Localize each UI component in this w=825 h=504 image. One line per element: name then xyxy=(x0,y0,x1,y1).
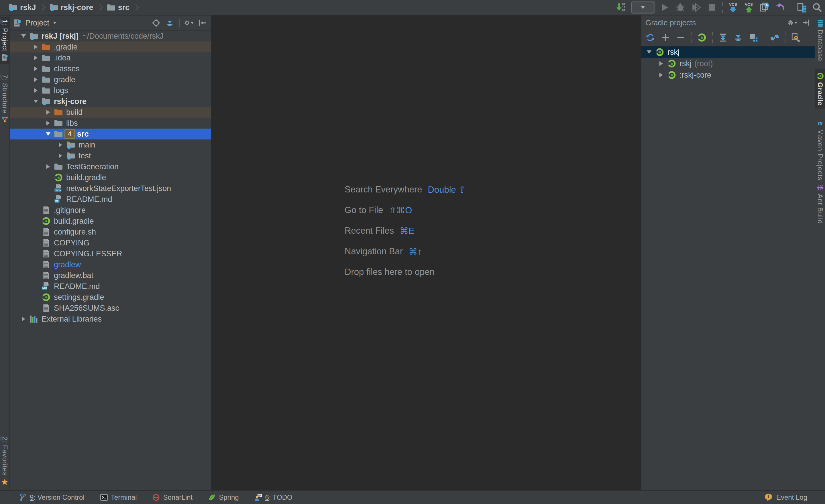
tree-item-configure-sh[interactable]: configure.sh xyxy=(10,227,211,237)
toolwindow-tab-project[interactable]: 1: Project xyxy=(0,17,9,64)
group-modules-button[interactable] xyxy=(749,33,758,43)
refresh-gradle-button[interactable] xyxy=(646,33,655,43)
tree-item-classes[interactable]: classes xyxy=(10,63,211,74)
tree-item-dot-gradle[interactable]: .gradle xyxy=(10,41,211,53)
local-history-button[interactable] xyxy=(759,2,770,13)
chevron-right-icon[interactable] xyxy=(30,45,42,49)
tree-item-dot-idea[interactable]: .idea xyxy=(10,53,211,63)
chevron-right-icon[interactable] xyxy=(55,143,66,147)
scroll-to-source-button[interactable] xyxy=(151,18,161,28)
gradle-tree-item-rskj-root[interactable]: rskj (root) xyxy=(642,58,815,69)
tree-item-test[interactable]: test xyxy=(10,150,211,161)
tree-item-gitignore[interactable]: .gitignore xyxy=(10,205,211,216)
tree-item-readme-md[interactable]: README.md xyxy=(10,281,211,292)
toolwindow-tab-favorites[interactable]: 2: Favorites xyxy=(0,434,9,489)
chevron-right-icon[interactable] xyxy=(30,67,42,71)
tree-item-gradlew-bat[interactable]: gradlew.bat xyxy=(10,270,211,281)
attach-gradle-project-button[interactable] xyxy=(661,33,670,43)
run-gradle-task-button[interactable] xyxy=(697,33,707,43)
tree-item-src[interactable]: 4 src xyxy=(10,129,211,140)
toolwindow-tab-structure[interactable]: 7: Structure xyxy=(0,72,9,126)
chevron-right-icon[interactable] xyxy=(655,61,667,66)
chevron-right-icon[interactable] xyxy=(655,73,667,77)
collapse-all-button[interactable] xyxy=(733,33,743,43)
gradle-settings-button[interactable] xyxy=(791,33,801,43)
tree-item-external-libraries[interactable]: External Libraries xyxy=(10,314,211,324)
tree-item-build-gradle-core[interactable]: build.gradle xyxy=(10,172,211,183)
toggle-offline-mode-button[interactable] xyxy=(770,33,779,43)
toolwindow-tab-gradle[interactable]: Gradle xyxy=(815,69,825,108)
tree-item-build-gradle[interactable]: build.gradle xyxy=(10,216,211,227)
breadcrumb-label: src xyxy=(118,3,130,12)
chevron-down-icon xyxy=(191,22,194,24)
expand-all-button[interactable] xyxy=(718,33,728,43)
chevron-right-icon[interactable] xyxy=(30,88,42,93)
folder-icon xyxy=(54,118,63,128)
toolwindow-button-terminal[interactable]: Terminal xyxy=(100,493,137,501)
tree-item-main[interactable]: main xyxy=(10,140,211,150)
tree-item-gradle[interactable]: gradle xyxy=(10,74,211,85)
project-structure-button[interactable] xyxy=(796,2,807,13)
breadcrumb-item-rskj[interactable]: rskJ xyxy=(9,3,36,12)
vcs-update-project-button[interactable]: VCS xyxy=(728,2,739,13)
debug-button[interactable] xyxy=(675,2,686,13)
tree-item-testgeneration[interactable]: TestGeneration xyxy=(10,161,211,172)
tree-item-readme-md-core[interactable]: README.md xyxy=(10,194,211,205)
svg-text:10: 10 xyxy=(622,6,625,9)
svg-text:m: m xyxy=(818,119,823,126)
toolwindow-tab-maven-projects[interactable]: m Maven Projects xyxy=(815,116,825,183)
tree-item-gradlew[interactable]: gradlew xyxy=(10,259,211,270)
panel-settings-button[interactable] xyxy=(788,18,797,27)
tree-item-settings-gradle[interactable]: settings.gradle xyxy=(10,292,211,303)
toolwindow-button-todo[interactable]: 6: TODO xyxy=(254,493,293,501)
tree-item-network-state-exporter-test-json[interactable]: networkStateExporterTest.json xyxy=(10,183,211,194)
hide-panel-button[interactable] xyxy=(198,18,207,28)
tree-item-sha256sums-asc[interactable]: SHA256SUMS.asc xyxy=(10,303,211,314)
tree-item-copying-lesser[interactable]: COPYING.LESSER xyxy=(10,248,211,259)
breadcrumb-item-rskj-core[interactable]: rskj-core xyxy=(49,3,93,12)
toolwindow-button-version-control[interactable]: 9: Version Control xyxy=(19,493,84,501)
tree-item-build[interactable]: build xyxy=(10,107,211,118)
gradle-tree-item-rskj-core[interactable]: :rskj-core xyxy=(642,69,815,81)
gradle-tree-item-rskj[interactable]: rskj xyxy=(642,47,815,58)
stop-button[interactable] xyxy=(706,2,717,13)
run-with-coverage-button[interactable] xyxy=(691,2,701,13)
toolwindow-tab-ant-build[interactable]: Ant Build xyxy=(815,181,825,227)
toolwindow-button-sonarlint[interactable]: SonarLint xyxy=(152,493,193,501)
project-view-selector[interactable]: Project xyxy=(25,19,49,27)
checkout-from-vcs-icon[interactable]: 01 10 01 xyxy=(616,2,626,13)
search-everywhere-icon[interactable] xyxy=(812,2,823,13)
chevron-right-icon[interactable] xyxy=(55,154,66,158)
run-button[interactable] xyxy=(659,2,670,13)
vcs-commit-push-button[interactable]: VCS xyxy=(743,2,754,13)
toolwindow-button-spring[interactable]: Spring xyxy=(208,493,239,501)
collapse-all-button[interactable] xyxy=(165,18,175,28)
chevron-down-icon[interactable] xyxy=(30,100,42,103)
event-log-button[interactable]: 1 Event Log xyxy=(764,493,807,502)
chevron-down-icon[interactable] xyxy=(643,51,655,54)
toolwindow-tab-database[interactable]: Database xyxy=(815,17,825,64)
project-toolwindow: Project rskJ [rskj] ~/Documents/code/rsk… xyxy=(10,15,211,490)
chevron-down-icon[interactable] xyxy=(18,34,29,38)
hide-panel-button[interactable] xyxy=(801,18,811,27)
chevron-down-icon[interactable] xyxy=(43,132,54,136)
chevron-right-icon[interactable] xyxy=(30,56,42,60)
chevron-down-icon xyxy=(641,6,645,9)
chevron-right-icon[interactable] xyxy=(43,121,54,125)
tree-item-libs[interactable]: libs xyxy=(10,118,211,129)
chevron-right-icon[interactable] xyxy=(30,77,42,82)
tree-item-rskj-root[interactable]: rskJ [rskj] ~/Documents/code/rskJ xyxy=(10,31,211,41)
panel-settings-button[interactable] xyxy=(184,18,194,28)
detach-gradle-project-button[interactable] xyxy=(676,33,685,43)
tree-item-copying[interactable]: COPYING xyxy=(10,237,211,248)
rollback-button[interactable] xyxy=(775,2,786,13)
gradle-toolwindow: Gradle projects rskj xyxy=(641,15,815,490)
chevron-down-icon[interactable] xyxy=(53,22,56,24)
run-configuration-select[interactable] xyxy=(631,2,654,13)
chevron-right-icon[interactable] xyxy=(18,317,29,321)
chevron-right-icon[interactable] xyxy=(43,164,54,169)
chevron-right-icon[interactable] xyxy=(43,110,54,114)
tree-item-logs[interactable]: logs xyxy=(10,85,211,96)
breadcrumb-item-src[interactable]: src xyxy=(106,3,130,12)
tree-item-rskj-core[interactable]: rskj-core xyxy=(10,96,211,107)
